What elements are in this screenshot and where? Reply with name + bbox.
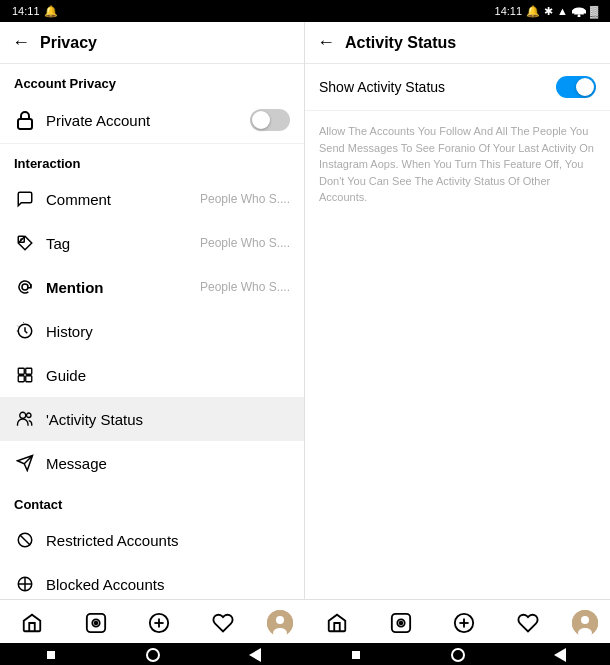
private-account-label: Private Account xyxy=(46,112,250,129)
time-left: 14:11 xyxy=(12,5,40,17)
wifi-icon xyxy=(572,6,586,17)
menu-item-blocked[interactable]: Blocked Accounts xyxy=(0,562,304,599)
restricted-icon xyxy=(14,529,36,551)
right-back-button[interactable]: ← xyxy=(317,32,335,53)
nav-add-right[interactable] xyxy=(444,607,484,639)
svg-point-32 xyxy=(581,616,589,624)
menu-item-tag[interactable]: Tag People Who S.... xyxy=(0,221,304,265)
message-icon xyxy=(14,452,36,474)
status-right: 14:11 🔔 ✱ ▲ ▓ xyxy=(495,5,598,18)
comment-icon xyxy=(14,188,36,210)
svg-point-3 xyxy=(22,284,28,290)
nav-heart-right[interactable] xyxy=(508,607,548,639)
svg-point-27 xyxy=(399,621,402,624)
nav-back-right[interactable] xyxy=(554,648,566,662)
mention-value: People Who S.... xyxy=(200,280,290,294)
svg-rect-8 xyxy=(26,376,32,382)
account-privacy-section-label: Account Privacy xyxy=(0,64,304,97)
private-account-row[interactable]: Private Account xyxy=(0,97,304,144)
tag-value: People Who S.... xyxy=(200,236,290,250)
nav-add-left[interactable] xyxy=(139,607,179,639)
bluetooth-icon: ✱ xyxy=(544,5,553,18)
left-panel: ← Privacy Account Privacy Private Accoun… xyxy=(0,22,305,599)
lock-icon xyxy=(14,109,36,131)
restricted-label: Restricted Accounts xyxy=(46,532,290,549)
alarm-icon: 🔔 xyxy=(44,5,58,18)
guide-icon xyxy=(14,364,36,386)
nav-reels-left[interactable] xyxy=(76,607,116,639)
svg-rect-6 xyxy=(26,368,32,374)
message-label: Message xyxy=(46,455,290,472)
private-account-toggle[interactable] xyxy=(250,109,290,131)
menu-item-activity-status[interactable]: 'Activity Status xyxy=(0,397,304,441)
interaction-section-label: Interaction xyxy=(0,144,304,177)
nav-heart-left[interactable] xyxy=(203,607,243,639)
svg-rect-7 xyxy=(18,376,24,382)
menu-item-restricted[interactable]: Restricted Accounts xyxy=(0,518,304,562)
show-activity-status-row[interactable]: Show Activity Status xyxy=(305,64,610,111)
bottom-nav xyxy=(0,599,610,643)
nav-square-left[interactable] xyxy=(44,648,58,662)
comment-value: People Who S.... xyxy=(200,192,290,206)
guide-label: Guide xyxy=(46,367,290,384)
svg-rect-5 xyxy=(18,368,24,374)
right-panel-title: Activity Status xyxy=(345,34,456,52)
signal-icon: ▲ xyxy=(557,5,568,17)
nav-circle-left[interactable] xyxy=(146,648,160,662)
svg-point-10 xyxy=(27,413,32,418)
contact-section-label: Contact xyxy=(0,485,304,518)
status-bar: 14:11 🔔 14:11 🔔 ✱ ▲ ▓ xyxy=(0,0,610,22)
nav-back-left[interactable] xyxy=(249,648,261,662)
activity-toggle-label: Show Activity Status xyxy=(319,79,445,95)
svg-point-9 xyxy=(20,412,26,418)
history-label: History xyxy=(46,323,290,340)
private-toggle-switch[interactable] xyxy=(250,109,290,131)
svg-rect-0 xyxy=(18,119,32,129)
activity-description: Allow The Accounts You Follow And All Th… xyxy=(305,111,610,218)
nav-circle-right[interactable] xyxy=(451,648,465,662)
left-panel-title: Privacy xyxy=(40,34,97,52)
right-header: ← Activity Status xyxy=(305,22,610,64)
menu-item-history[interactable]: History xyxy=(0,309,304,353)
nav-home-left[interactable] xyxy=(12,607,52,639)
tag-icon xyxy=(14,232,36,254)
battery-icon: ▓ xyxy=(590,5,598,17)
blocked-icon xyxy=(14,573,36,595)
activity-status-label: 'Activity Status xyxy=(46,411,290,428)
comment-label: Comment xyxy=(46,191,200,208)
nav-reels-right[interactable] xyxy=(381,607,421,639)
svg-point-18 xyxy=(94,621,97,624)
nav-profile-right[interactable] xyxy=(572,610,598,636)
menu-item-comment[interactable]: Comment People Who S.... xyxy=(0,177,304,221)
system-nav-bar xyxy=(0,643,610,665)
menu-item-mention[interactable]: Mention People Who S.... xyxy=(0,265,304,309)
left-header: ← Privacy xyxy=(0,22,304,64)
svg-line-12 xyxy=(20,535,31,546)
blocked-label: Blocked Accounts xyxy=(46,576,290,593)
nav-square-right[interactable] xyxy=(349,648,363,662)
nav-profile-left[interactable] xyxy=(267,610,293,636)
panels: ← Privacy Account Privacy Private Accoun… xyxy=(0,22,610,599)
menu-item-guide[interactable]: Guide xyxy=(0,353,304,397)
activity-toggle-switch[interactable] xyxy=(556,76,596,98)
alarm-icon-right: 🔔 xyxy=(526,5,540,18)
mention-label: Mention xyxy=(46,279,200,296)
left-back-button[interactable]: ← xyxy=(12,32,30,53)
mention-icon xyxy=(14,276,36,298)
tag-label: Tag xyxy=(46,235,200,252)
nav-home-right[interactable] xyxy=(317,607,357,639)
menu-item-message[interactable]: Message xyxy=(0,441,304,485)
activity-status-icon xyxy=(14,408,36,430)
history-icon xyxy=(14,320,36,342)
time-right: 14:11 xyxy=(495,5,523,17)
status-left: 14:11 🔔 xyxy=(12,5,58,18)
right-panel: ← Activity Status Show Activity Status A… xyxy=(305,22,610,599)
svg-point-23 xyxy=(276,616,284,624)
